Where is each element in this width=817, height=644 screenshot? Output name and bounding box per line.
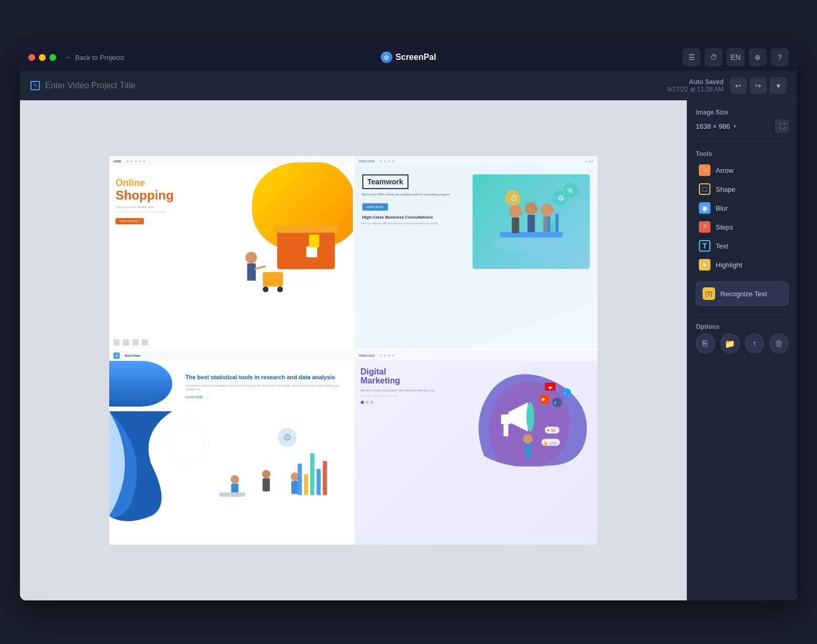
project-title-input[interactable] (45, 81, 667, 90)
project-title-bar: ✎ Auto Saved 9/27/22 at 11:38 AM ↩ ↪ ▾ (20, 71, 797, 100)
back-to-projects-button[interactable]: ← Back to Projects (65, 53, 124, 61)
text-tool-icon: T (699, 240, 710, 252)
tool-arrow[interactable]: → Arrow (696, 161, 789, 180)
folder-button[interactable]: 📁 (720, 334, 740, 354)
help-icon-button[interactable]: ? (771, 48, 789, 66)
tool-highlight[interactable]: ✦ Highlight (696, 255, 789, 274)
svg-rect-37 (304, 474, 308, 495)
slide-2-subtitle: More than 3000 clients are satisfied wit… (362, 192, 465, 196)
canvas-slides-grid: LOGO Online Shopping Time is your most v… (109, 156, 598, 545)
svg-point-27 (167, 422, 209, 464)
more-options-dropdown[interactable]: ▾ (770, 77, 787, 94)
arrow-tool-icon: → (699, 164, 710, 176)
divider-1 (696, 141, 789, 142)
language-label: EN (730, 53, 740, 61)
tool-shape[interactable]: □ Shape (696, 180, 789, 199)
language-button[interactable]: EN (727, 48, 745, 66)
minimize-button[interactable] (39, 54, 46, 61)
slide-3-nav: ✚ Brand Name (109, 350, 353, 361)
svg-rect-36 (298, 464, 302, 495)
divider-2 (696, 314, 789, 315)
image-size-value[interactable]: 1638 × 986 ▼ (696, 122, 737, 130)
delete-button[interactable]: 🗑 (769, 334, 789, 354)
clock-icon-button[interactable]: ⏱ (705, 48, 722, 66)
svg-point-7 (277, 286, 283, 292)
tool-text[interactable]: T Text (696, 236, 789, 255)
back-arrow-icon: ← (65, 53, 72, 61)
svg-point-55 (523, 434, 533, 444)
slide-4-digital-marketing[interactable]: YOUR LOGO Digital Marketing We work to m… (354, 350, 598, 545)
svg-rect-23 (551, 222, 554, 232)
svg-rect-3 (247, 263, 256, 281)
online-text: Online (116, 178, 219, 189)
tool-blur[interactable]: ◉ Blur (696, 199, 789, 217)
svg-point-51 (562, 388, 571, 397)
slide-4-graphic-area: f t ▶ ♥ 56 (469, 367, 591, 466)
auto-saved-time: 9/27/22 at 11:38 AM (667, 86, 724, 93)
size-dropdown-arrow-icon: ▼ (732, 123, 737, 129)
svg-rect-13 (511, 217, 519, 233)
svg-rect-24 (555, 214, 558, 232)
copy-button[interactable]: ⎘ (696, 334, 715, 354)
svg-text:👍 1234: 👍 1234 (543, 440, 558, 445)
svg-text:%: % (567, 187, 573, 194)
slide-2-teamwork[interactable]: YOUR LOGO ✆ ✉ ⊕ Teamwork More than 3000 … (354, 156, 598, 349)
layers-icon-button[interactable]: ⊕ (749, 48, 767, 66)
svg-rect-1 (274, 226, 338, 233)
slide-4-description: We work to make your business start effe… (361, 389, 465, 392)
svg-point-28 (172, 427, 204, 459)
svg-rect-22 (547, 216, 550, 232)
shape-tool-label: Shape (716, 185, 736, 193)
maximize-button[interactable] (49, 54, 56, 61)
undo-redo-group: ↩ ↪ ▾ (730, 77, 787, 94)
svg-text:♥ 56: ♥ 56 (547, 428, 556, 433)
tool-steps[interactable]: ? Steps (696, 217, 789, 236)
svg-text:⚙: ⚙ (283, 432, 291, 443)
slide-2-tagline: High-Class Business Consultations (362, 215, 465, 220)
app-window: ← Back to Projects ◎ ScreenPal ☰ ⏱ EN ⊕ … (20, 44, 797, 600)
shopping-text: Shopping (116, 189, 219, 202)
svg-rect-40 (323, 461, 327, 495)
slide-3-heading: The best statistical tools in research a… (185, 374, 345, 381)
svg-rect-5 (263, 272, 282, 286)
slide-2-description: We can help you with any business level … (362, 222, 465, 225)
svg-text:⚙: ⚙ (557, 194, 564, 202)
recognize-text-button[interactable]: [T] Recognize Text (696, 282, 789, 306)
canvas-area: LOGO Online Shopping Time is your most v… (20, 100, 687, 600)
slide-1-online-shopping[interactable]: LOGO Online Shopping Time is your most v… (109, 156, 353, 349)
svg-rect-56 (525, 443, 531, 458)
export-button[interactable]: ↑ (745, 334, 764, 354)
digital-heading-2: Marketing (361, 376, 465, 386)
slide-1-cta-button[interactable]: VIEW PROJECT (116, 218, 144, 224)
svg-rect-11 (499, 232, 562, 237)
undo-button[interactable]: ↩ (730, 77, 747, 94)
list-icon-button[interactable]: ☰ (683, 48, 700, 66)
slide-1-description: Time is your most valuable asset. (116, 205, 219, 209)
svg-point-32 (262, 470, 270, 478)
svg-rect-38 (310, 453, 315, 495)
steps-tool-icon: ? (699, 221, 710, 233)
recognize-text-label: Recognize Text (720, 290, 767, 298)
slide-3-statistical[interactable]: ✚ Brand Name The best statistical tools … (109, 350, 353, 545)
screenpal-logo-icon: ◎ (381, 51, 392, 63)
svg-text:f: f (554, 400, 556, 406)
svg-rect-15 (527, 215, 535, 232)
steps-tool-label: Steps (716, 223, 733, 231)
app-logo: ◎ ScreenPal (381, 51, 436, 63)
tools-label: Tools (696, 150, 789, 158)
crop-button[interactable]: ⛶ (775, 119, 789, 133)
text-tool-label: Text (716, 242, 728, 250)
close-button[interactable] (28, 54, 35, 61)
teamwork-badge: Teamwork (362, 174, 409, 189)
redo-button[interactable]: ↪ (750, 77, 767, 94)
svg-rect-9 (309, 234, 319, 247)
svg-rect-39 (317, 469, 321, 495)
slide-3-description: We combine creativity, technologies and … (185, 384, 345, 391)
svg-rect-31 (219, 492, 245, 496)
title-bar-actions: ☰ ⏱ EN ⊕ ? (683, 48, 789, 66)
slide-1-graphic (219, 173, 347, 342)
svg-text:▶: ▶ (542, 397, 546, 402)
highlight-tool-label: Highlight (716, 261, 742, 269)
blur-tool-label: Blur (716, 204, 728, 212)
right-sidebar: Image Size 1638 × 986 ▼ ⛶ Tools → Arrow (687, 100, 797, 600)
